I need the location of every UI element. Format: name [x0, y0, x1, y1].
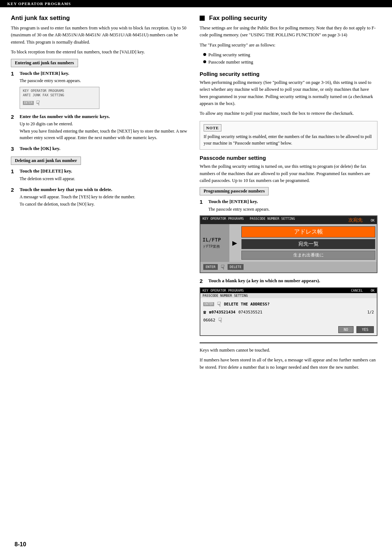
screen-top-ok: OK — [371, 219, 375, 222]
screen-jp-btn3[interactable]: 生まれ出番後に — [241, 251, 375, 260]
screen2-delete-question: DELETE THE ADDRESS? — [224, 302, 270, 307]
hand-icon-right: ☟ — [221, 263, 225, 271]
small-screen-enter-row: ENTER ☟ — [23, 99, 96, 107]
screen2-cancel-label: CANCEL — [351, 289, 363, 292]
bullet-text-0: Polling security setting — [208, 52, 250, 58]
del-step1-num: 1 — [11, 168, 17, 175]
screen-left-panel: IL/FTP ドFTP業務 — [200, 224, 229, 262]
screen2-sub-top: PASSCODE NUMBER SETTING — [200, 293, 377, 298]
screen-large-top-row: KEY OPERATOR PROGRAMS PASSCODE NUMBER SE… — [200, 216, 377, 224]
screen2-num2: 0743535521 — [238, 310, 262, 315]
left-step2-num: 2 — [11, 113, 17, 121]
screen-right-panel: アドレス帳 宛先一覧 生まれ出番後に — [240, 224, 377, 262]
screen2-page-num: 1/2 — [367, 310, 374, 314]
screen2-num3: 06662 — [203, 318, 215, 323]
screen2-ok-label: OK — [371, 289, 375, 292]
fax-polling-title-text: Fax polling security — [209, 15, 267, 22]
prog-step2-content: Touch a blank key (a key in which no num… — [208, 278, 377, 284]
hand-icon-left: ☟ — [36, 99, 40, 107]
screen-enter-btn[interactable]: ENTER — [203, 264, 218, 270]
fax-polling-section: Fax polling security These settings are … — [200, 15, 377, 66]
del-step1-content: Touch the [DELETE] key. The deletion scr… — [20, 168, 189, 182]
del-step1-bold: Touch the [DELETE] key. — [20, 168, 189, 174]
fax-polling-bullets: Polling security setting Passcode number… — [203, 52, 377, 66]
left-step1-row: 1 Touch the [ENTER] key. The passcode en… — [11, 70, 189, 84]
screen-top-left: KEY OPERATOR PROGRAMS PASSCODE NUMBER SE… — [203, 217, 295, 223]
left-step3-num: 3 — [11, 145, 17, 153]
left-step1: 1 Touch the [ENTER] key. The passcode en… — [11, 70, 189, 109]
anti-junk-title: Anti junk fax setting — [11, 15, 189, 22]
no-button[interactable]: NO — [338, 326, 354, 333]
del-step2: 2 Touch the number key that you wish to … — [11, 186, 189, 207]
left-step2: 2 Enter the fax number with the numeric … — [11, 113, 189, 141]
screen2-enter-label: ENTER — [203, 302, 214, 306]
anti-junk-section: Anti junk fax setting This program is us… — [11, 15, 189, 207]
fax-polling-intro2: The "Fax polling security" are as follow… — [200, 42, 377, 49]
screen-large-1: KEY OPERATOR PROGRAMS PASSCODE NUMBER SE… — [200, 215, 377, 273]
passcode-title: Passcode number setting — [200, 155, 377, 161]
hand-icon-screen2: ☟ — [217, 300, 221, 308]
screen-arrow-col: ▶ — [229, 224, 240, 262]
delete-header: Deleting an anti junk fax number — [11, 157, 81, 165]
polling-security-text: When performing polling memory (See "pol… — [200, 79, 377, 108]
enter-header: Entering anti junk fax numbers — [11, 59, 78, 67]
left-step2-content: Enter the fax number with the numeric ke… — [20, 113, 189, 141]
screen2-btn-row: NO YES — [203, 326, 374, 333]
polling-security-text2: To allow any machine to poll your machin… — [200, 110, 377, 117]
anti-junk-intro: This program is used to enter fax number… — [11, 25, 189, 46]
left-step1-num: 1 — [11, 70, 17, 77]
top-bar-label: KEY OPERATOR PROGRAMS — [7, 1, 71, 6]
left-step2-row: 2 Enter the fax number with the numeric … — [11, 113, 189, 141]
screen-large-bottom-row: ENTER ☟ DELETE — [200, 262, 377, 272]
left-step2-bold: Enter the fax number with the numeric ke… — [20, 113, 189, 120]
del-step2-row: 2 Touch the number key that you wish to … — [11, 186, 189, 207]
screen2-top-left2: PASSCODE NUMBER SETTING — [203, 294, 248, 297]
passcode-section: Passcode number setting When the polling… — [200, 155, 377, 371]
left-step2-sub2: When you have finished entering the numb… — [20, 128, 189, 141]
screen2-enter-row: ENTER ☟ DELETE THE ADDRESS? — [203, 300, 374, 308]
fax-polling-title: Fax polling security — [200, 15, 377, 22]
note-box: NOTE If polling security setting is enab… — [200, 121, 377, 150]
left-column: Anti junk fax setting This program is us… — [11, 15, 189, 376]
anti-junk-intro2: To block reception from the entered fax … — [11, 49, 189, 56]
bullet-text-1: Passcode number setting — [208, 59, 253, 66]
small-screen-line2: ANTI JUNK FAX SETTING — [23, 93, 96, 97]
screen2-top-right: CANCEL OK — [351, 289, 375, 292]
hand-icon-screen2b: ☟ — [218, 316, 222, 324]
content-area: Anti junk fax setting This program is us… — [0, 7, 392, 383]
screen2-phone: ☎0743521434 — [209, 310, 236, 315]
screen2-body: ENTER ☟ DELETE THE ADDRESS? ☎ ☎074352143… — [200, 298, 377, 335]
top-bar: KEY OPERATOR PROGRAMS — [0, 0, 392, 7]
page-number: 8-10 — [15, 541, 26, 548]
phone-icon: ☎ — [203, 309, 206, 315]
prog-step1: 1 Touch the [ENTER] key. The passcode en… — [200, 198, 377, 273]
del-step2-sub2: To cancel the deletion, touch the [NO] k… — [20, 201, 189, 207]
right-column: Fax polling security These settings are … — [200, 15, 377, 376]
screen-top-left1: KEY OPERATOR PROGRAMS — [203, 217, 244, 220]
screen-jp-btn1[interactable]: アドレス帳 — [241, 226, 375, 238]
prog-step2-bold: Touch a blank key (a key in which no num… — [208, 278, 377, 284]
page-wrapper: KEY OPERATOR PROGRAMS Anti junk fax sett… — [0, 0, 392, 555]
del-step2-sub1: A message will appear. Touch the [YES] k… — [20, 194, 189, 200]
screen2-phone-row: ☎ ☎0743521434 0743535521 1/2 — [203, 309, 374, 315]
prog-step1-sub: The passcode entry screen appears. — [208, 206, 377, 212]
screen2-num3-row: 06662 ☟ — [203, 316, 374, 324]
prog-step2-num: 2 — [200, 278, 206, 285]
fax-polling-intro1: These settings are for using the Public … — [200, 25, 377, 39]
small-screen-line1: KEY OPERATOR PROGRAMS — [23, 89, 96, 93]
screen-jp-btn2[interactable]: 宛先一覧 — [241, 239, 375, 249]
small-screen-enter-label: ENTER — [23, 101, 34, 105]
yes-button[interactable]: YES — [356, 326, 374, 333]
screen2-top-left: KEY OPERATOR PROGRAMS — [203, 289, 244, 292]
footer-text2: If numbers have been stored in all of th… — [200, 357, 377, 371]
polling-security-section: Polling security setting When performing… — [200, 71, 377, 150]
note-label: NOTE — [204, 124, 221, 132]
passcode-text: When the polling security setting is tur… — [200, 163, 377, 184]
screen-delete-btn[interactable]: DELETE — [228, 264, 244, 270]
left-step1-bold: Touch the [ENTER] key. — [20, 70, 189, 77]
left-step1-content: Touch the [ENTER] key. The passcode entr… — [20, 70, 189, 84]
bullet-dot-1 — [203, 60, 206, 63]
bullet-item-0: Polling security setting — [203, 52, 377, 58]
screen-top-right-group: 次宛先 OK — [348, 217, 375, 223]
left-step3: 3 Touch the [OK] key. — [11, 145, 189, 153]
